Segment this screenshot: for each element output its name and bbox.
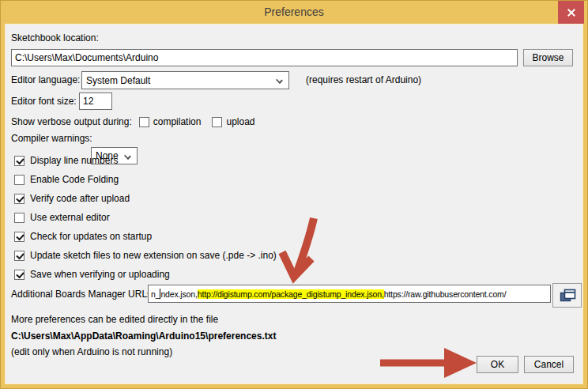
update-sketch-files-checkbox[interactable] [14, 251, 24, 261]
checkbox-label: Display line numbers [30, 155, 118, 166]
checkbox-row-check-for-updates[interactable]: Check for updates on startup [14, 227, 152, 246]
preferences-dialog: Preferences Sketchbook location: C:\User… [0, 0, 588, 389]
cancel-button[interactable]: Cancel [524, 356, 574, 373]
upload-label: upload [226, 116, 254, 127]
close-button[interactable] [558, 1, 584, 24]
checkbox-row-update-sketch-files[interactable]: Update sketch files to new extension on … [14, 246, 277, 265]
checkbox-row-verify-code-after-upload[interactable]: Verify code after upload [14, 189, 130, 208]
use-external-editor-checkbox[interactable] [14, 213, 24, 223]
sketchbook-location-value: C:\Users\Max\Documents\Arduino [15, 52, 158, 63]
urls-text-segment: n_ [151, 289, 160, 299]
check-for-updates-checkbox[interactable] [14, 232, 24, 242]
display-line-numbers-checkbox[interactable] [14, 156, 24, 166]
editor-font-size-value: 12 [83, 96, 93, 107]
editor-font-size-label: Editor font size: [11, 96, 77, 108]
open-urls-editor-button[interactable] [552, 283, 582, 308]
boards-manager-urls-label: Additional Boards Manager URLs: [11, 289, 154, 300]
language-restart-note: (requires restart of Arduino) [306, 74, 421, 86]
checkbox-label: Check for updates on startup [30, 231, 152, 242]
urls-text-segment: ndex.json, [160, 289, 197, 299]
enable-code-folding-checkbox[interactable] [14, 175, 24, 185]
copy-pages-icon [559, 288, 576, 304]
checkbox-label: Use external editor [30, 212, 110, 223]
save-when-verifying-checkbox[interactable] [14, 270, 24, 280]
more-preferences-note: More preferences can be edited directly … [11, 314, 218, 326]
titlebar[interactable]: Preferences [0, 0, 588, 25]
preferences-file-path: C:\Users\Max\AppData\Roaming\Arduino15\p… [11, 330, 276, 342]
verbose-upload-option[interactable]: upload [212, 116, 254, 127]
dialog-content: Sketchbook location: C:\Users\Max\Docume… [6, 25, 582, 383]
checkbox-label: Verify code after upload [30, 193, 130, 204]
verbose-compilation-option[interactable]: compilation [139, 116, 202, 127]
compiler-warnings-label: Compiler warnings: [11, 133, 92, 145]
sketchbook-location-input[interactable]: C:\Users\Max\Documents\Arduino [11, 49, 518, 66]
edit-only-note: (edit only when Arduino is not running) [11, 346, 172, 358]
chevron-down-icon [124, 153, 131, 160]
urls-highlighted-segment: http://digistump.com/package_digistump_i… [198, 289, 384, 299]
sketchbook-location-label: Sketchbook location: [11, 32, 99, 44]
checkbox-row-save-when-verifying[interactable]: Save when verifying or uploading [14, 265, 170, 284]
editor-language-select[interactable]: System Default [81, 71, 289, 89]
editor-language-value: System Default [86, 75, 150, 86]
window-title: Preferences [0, 0, 588, 25]
verbose-output-label: Show verbose output during: [11, 116, 132, 128]
checkbox-label: Enable Code Folding [30, 174, 119, 185]
editor-font-size-input[interactable]: 12 [79, 93, 112, 110]
checkbox-row-display-line-numbers[interactable]: Display line numbers [14, 151, 118, 170]
boards-manager-urls-input[interactable]: n_ndex.json,http://digistump.com/package… [148, 285, 551, 303]
verbose-output-row: Show verbose output during: compilation … [11, 113, 255, 130]
compilation-label: compilation [153, 116, 202, 127]
checkbox-row-enable-code-folding[interactable]: Enable Code Folding [14, 170, 119, 189]
verify-code-after-upload-checkbox[interactable] [14, 194, 24, 204]
editor-language-label: Editor language: [11, 74, 80, 86]
checkbox-row-use-external-editor[interactable]: Use external editor [14, 208, 110, 227]
browse-button[interactable]: Browse [523, 49, 573, 66]
checkbox-label: Update sketch files to new extension on … [30, 250, 277, 261]
checkbox-label: Save when verifying or uploading [30, 269, 170, 280]
ok-button[interactable]: OK [477, 356, 518, 373]
upload-checkbox[interactable] [212, 117, 222, 127]
compilation-checkbox[interactable] [139, 117, 149, 127]
urls-text-segment: https://raw.githubusercontent.com/ [384, 289, 507, 299]
chevron-down-icon [276, 77, 283, 84]
